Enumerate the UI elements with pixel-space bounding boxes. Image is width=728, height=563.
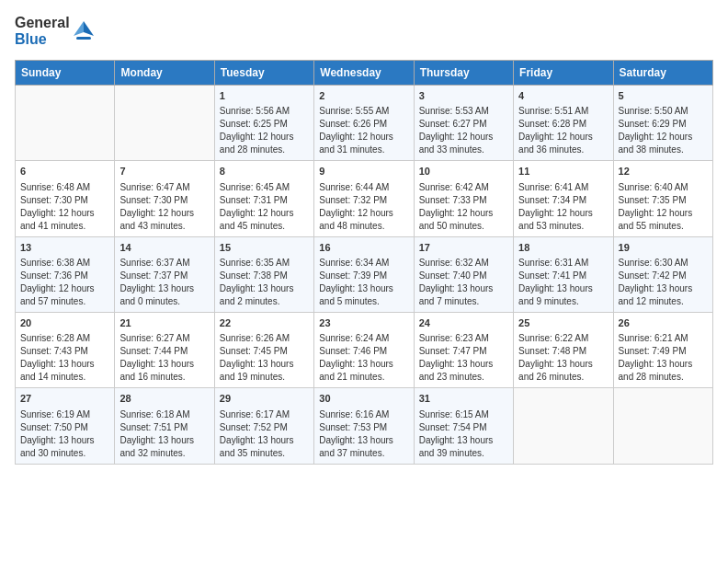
- day-number: 6: [20, 165, 109, 178]
- day-info-line: Sunset: 7:36 PM: [20, 270, 109, 282]
- day-number: 20: [20, 316, 109, 330]
- svg-marker-0: [84, 21, 94, 36]
- calendar-cell: 26Sunrise: 6:21 AMSunset: 7:49 PMDayligh…: [613, 312, 712, 387]
- calendar-cell: 17Sunrise: 6:32 AMSunset: 7:40 PMDayligh…: [414, 236, 513, 312]
- day-info-line: Sunrise: 5:50 AM: [619, 105, 708, 118]
- day-info-line: Daylight: 13 hours: [419, 282, 508, 295]
- day-info-line: and 16 minutes.: [119, 371, 209, 384]
- day-info-line: Daylight: 13 hours: [20, 434, 109, 447]
- day-info-line: Sunrise: 6:32 AM: [419, 257, 508, 270]
- day-info-line: Sunset: 7:43 PM: [20, 345, 109, 358]
- svg-rect-2: [76, 37, 91, 40]
- day-number: 24: [419, 316, 508, 330]
- logo-wordmark: General Blue: [15, 15, 70, 49]
- day-info-line: and 28 minutes.: [220, 144, 309, 156]
- day-info-line: and 9 minutes.: [518, 295, 608, 308]
- calendar-cell: 7Sunrise: 6:47 AMSunset: 7:30 PMDaylight…: [115, 161, 214, 236]
- day-info-line: Sunrise: 6:27 AM: [119, 332, 209, 345]
- day-info-line: and 37 minutes.: [319, 447, 408, 460]
- page-header: General Blue: [15, 15, 713, 49]
- day-info-line: and 26 minutes.: [518, 371, 608, 384]
- calendar-cell: [115, 85, 214, 160]
- calendar-cell: 18Sunrise: 6:31 AMSunset: 7:41 PMDayligh…: [514, 236, 613, 312]
- day-number: 1: [220, 89, 309, 103]
- day-number: 16: [319, 241, 408, 255]
- day-info-line: Sunrise: 6:30 AM: [619, 257, 708, 270]
- day-info-line: and 43 minutes.: [119, 220, 209, 233]
- col-header-saturday: Saturday: [613, 60, 712, 85]
- calendar-cell: [16, 85, 115, 160]
- calendar-cell: 21Sunrise: 6:27 AMSunset: 7:44 PMDayligh…: [115, 312, 214, 387]
- day-info-line: Sunrise: 6:37 AM: [119, 257, 209, 270]
- day-info-line: Daylight: 12 hours: [119, 207, 209, 220]
- day-info-line: Sunset: 7:42 PM: [619, 270, 708, 282]
- day-info-line: Sunrise: 6:24 AM: [319, 332, 408, 345]
- day-number: 21: [119, 316, 209, 330]
- calendar-cell: 23Sunrise: 6:24 AMSunset: 7:46 PMDayligh…: [314, 312, 414, 387]
- day-info-line: Sunset: 7:49 PM: [619, 345, 708, 358]
- day-number: 29: [220, 392, 309, 406]
- day-info-line: and 23 minutes.: [419, 371, 508, 384]
- calendar-cell: 10Sunrise: 6:42 AMSunset: 7:33 PMDayligh…: [414, 161, 513, 236]
- day-info-line: Sunset: 7:34 PM: [518, 194, 608, 207]
- day-info-line: Sunrise: 6:45 AM: [220, 181, 309, 194]
- calendar-cell: 31Sunrise: 6:15 AMSunset: 7:54 PMDayligh…: [414, 388, 513, 464]
- day-info-line: Daylight: 13 hours: [220, 358, 309, 371]
- day-info-line: Sunrise: 6:34 AM: [319, 257, 408, 270]
- day-info-line: and 41 minutes.: [20, 220, 109, 233]
- day-info-line: Sunrise: 6:28 AM: [20, 332, 109, 345]
- calendar-cell: [514, 388, 613, 464]
- day-info-line: and 12 minutes.: [619, 295, 708, 308]
- calendar-cell: 22Sunrise: 6:26 AMSunset: 7:45 PMDayligh…: [214, 312, 313, 387]
- calendar-cell: 27Sunrise: 6:19 AMSunset: 7:50 PMDayligh…: [16, 388, 115, 464]
- day-info-line: Daylight: 12 hours: [319, 131, 408, 144]
- day-info-line: Sunrise: 6:19 AM: [20, 408, 109, 421]
- calendar-cell: 5Sunrise: 5:50 AMSunset: 6:29 PMDaylight…: [613, 85, 712, 160]
- day-info-line: Daylight: 13 hours: [319, 434, 408, 447]
- day-info-line: Sunset: 7:35 PM: [619, 194, 708, 207]
- day-info-line: Sunset: 7:37 PM: [119, 270, 209, 282]
- day-info-line: Sunset: 7:46 PM: [319, 345, 408, 358]
- day-info-line: Sunrise: 6:18 AM: [119, 408, 209, 421]
- day-info-line: Sunrise: 6:21 AM: [619, 332, 708, 345]
- day-info-line: Sunset: 7:47 PM: [419, 345, 508, 358]
- day-info-line: and 48 minutes.: [319, 220, 408, 233]
- day-number: 22: [220, 316, 309, 330]
- calendar-cell: 11Sunrise: 6:41 AMSunset: 7:34 PMDayligh…: [514, 161, 613, 236]
- calendar-cell: 30Sunrise: 6:16 AMSunset: 7:53 PMDayligh…: [314, 388, 414, 464]
- day-info-line: Sunset: 7:30 PM: [20, 194, 109, 207]
- day-info-line: Daylight: 12 hours: [220, 207, 309, 220]
- calendar-cell: 20Sunrise: 6:28 AMSunset: 7:43 PMDayligh…: [16, 312, 115, 387]
- calendar-cell: 8Sunrise: 6:45 AMSunset: 7:31 PMDaylight…: [214, 161, 313, 236]
- day-info-line: Sunrise: 5:56 AM: [220, 105, 309, 118]
- day-info-line: Daylight: 12 hours: [319, 207, 408, 220]
- day-number: 17: [419, 241, 508, 255]
- day-info-line: Sunrise: 6:31 AM: [518, 257, 608, 270]
- logo: General Blue: [15, 15, 94, 49]
- col-header-monday: Monday: [115, 60, 214, 85]
- calendar-cell: 28Sunrise: 6:18 AMSunset: 7:51 PMDayligh…: [115, 388, 214, 464]
- day-info-line: and 53 minutes.: [518, 220, 608, 233]
- day-number: 12: [619, 165, 708, 178]
- day-info-line: and 28 minutes.: [619, 371, 708, 384]
- col-header-tuesday: Tuesday: [214, 60, 313, 85]
- day-info-line: Sunset: 6:28 PM: [518, 118, 608, 131]
- day-info-line: Sunrise: 6:44 AM: [319, 181, 408, 194]
- day-info-line: Daylight: 12 hours: [419, 131, 508, 144]
- day-info-line: Sunset: 7:54 PM: [419, 421, 508, 434]
- day-info-line: Sunrise: 6:35 AM: [220, 257, 309, 270]
- day-info-line: Sunrise: 6:47 AM: [119, 181, 209, 194]
- calendar-cell: 24Sunrise: 6:23 AMSunset: 7:47 PMDayligh…: [414, 312, 513, 387]
- day-info-line: Sunset: 7:39 PM: [319, 270, 408, 282]
- day-info-line: Sunset: 7:31 PM: [220, 194, 309, 207]
- day-info-line: Sunset: 7:32 PM: [319, 194, 408, 207]
- day-info-line: Sunset: 7:44 PM: [119, 345, 209, 358]
- day-info-line: and 32 minutes.: [119, 447, 209, 460]
- day-info-line: and 5 minutes.: [319, 295, 408, 308]
- day-info-line: Sunset: 7:52 PM: [220, 421, 309, 434]
- day-number: 19: [619, 241, 708, 255]
- day-info-line: Sunset: 7:38 PM: [220, 270, 309, 282]
- day-info-line: Sunrise: 6:17 AM: [220, 408, 309, 421]
- day-info-line: and 38 minutes.: [619, 144, 708, 156]
- calendar-cell: 6Sunrise: 6:48 AMSunset: 7:30 PMDaylight…: [16, 161, 115, 236]
